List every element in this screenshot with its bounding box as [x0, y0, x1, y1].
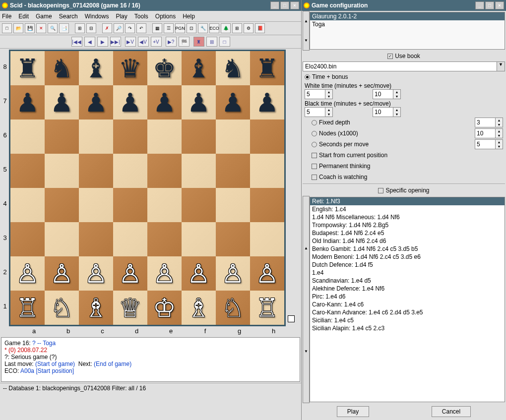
tool-search-material-icon[interactable]: ↶ — [136, 23, 146, 33]
square-c6[interactable] — [79, 120, 113, 154]
coach-checkbox[interactable] — [312, 175, 317, 180]
square-h3[interactable] — [250, 222, 284, 256]
menu-edit[interactable]: Edit — [18, 13, 29, 20]
nav-intovar-icon[interactable]: ▶V — [125, 37, 136, 47]
square-d8[interactable]: ♛ — [113, 51, 147, 85]
square-e1[interactable]: ♔ — [147, 291, 182, 325]
timebonus-radio[interactable] — [305, 74, 310, 80]
square-a1[interactable]: ♖ — [10, 291, 45, 325]
black-seconds-spin[interactable]: ▲▼ — [373, 107, 401, 117]
square-f6[interactable] — [182, 120, 216, 154]
square-c3[interactable] — [79, 222, 113, 256]
square-b2[interactable]: ♙ — [45, 256, 79, 291]
tool-tmt-icon[interactable]: ⊡ — [187, 23, 196, 33]
square-e7[interactable]: ♟ — [147, 85, 182, 120]
square-c8[interactable]: ♝ — [79, 51, 113, 85]
usebook-checkbox[interactable] — [387, 54, 393, 59]
nodes-radio[interactable] — [312, 131, 317, 136]
startpos-checkbox[interactable] — [312, 153, 317, 158]
opening-up-icon[interactable]: ▲ — [303, 196, 309, 300]
square-g8[interactable]: ♞ — [216, 51, 250, 85]
tool-new-icon[interactable]: □ — [2, 23, 12, 33]
menu-windows[interactable]: Windows — [85, 13, 109, 20]
square-e6[interactable] — [147, 120, 182, 154]
permanent-checkbox[interactable] — [312, 164, 317, 169]
square-a7[interactable]: ♟ — [10, 85, 45, 120]
play-button[interactable]: Play — [337, 406, 369, 417]
cfg-maximize-button[interactable]: □ — [485, 1, 494, 9]
opening-item[interactable]: Old Indian: 1.d4 Nf6 2.c4 d6 — [310, 237, 505, 245]
square-c7[interactable]: ♟ — [79, 85, 113, 120]
engine-selected[interactable]: Glaurung 2.0.1-2 — [310, 12, 505, 20]
tool-open-icon[interactable]: 📂 — [13, 23, 23, 33]
square-d3[interactable] — [113, 222, 147, 256]
square-d4[interactable] — [113, 188, 147, 222]
square-b8[interactable]: ♞ — [45, 51, 79, 85]
spm-radio[interactable] — [312, 142, 317, 147]
square-d6[interactable] — [113, 120, 147, 154]
square-g4[interactable] — [216, 188, 250, 222]
cfg-minimize-button[interactable]: _ — [475, 1, 484, 9]
square-g2[interactable]: ♙ — [216, 256, 250, 291]
tool-switcher-icon[interactable]: ▦ — [152, 23, 162, 33]
menu-options[interactable]: Options — [155, 13, 176, 20]
square-g3[interactable] — [216, 222, 250, 256]
square-g7[interactable]: ♟ — [216, 85, 250, 120]
opening-item[interactable]: Budapest: 1.d4 Nf6 2.c4 e5 — [310, 229, 505, 237]
opening-item[interactable]: Sicilian: 1.e4 c5 — [310, 316, 505, 324]
tool-crosstable-icon[interactable]: ⊞ — [232, 23, 242, 33]
nav-trial-icon[interactable]: 🏁 — [179, 37, 190, 47]
tool-pgn-icon[interactable]: PGN — [175, 23, 185, 33]
square-a4[interactable] — [10, 188, 45, 222]
maximize-button[interactable]: □ — [280, 1, 289, 9]
square-f7[interactable]: ♟ — [182, 85, 216, 120]
square-h2[interactable]: ♙ — [250, 256, 284, 291]
square-c2[interactable]: ♙ — [79, 256, 113, 291]
engine-list[interactable]: Glaurung 2.0.1-2 Toga — [310, 12, 505, 50]
opening-list[interactable]: Reti: 1.Nf3English: 1.c41.d4 Nf6 Miscell… — [310, 197, 505, 402]
cancel-button[interactable]: Cancel — [432, 406, 471, 417]
opening-down-icon[interactable]: ▼ — [303, 300, 309, 403]
tool-maint-icon[interactable]: 🔧 — [198, 23, 208, 33]
opening-item[interactable]: Sicilian Alapin: 1.e4 c5 2.c3 — [310, 324, 505, 332]
nav-autoplay-icon[interactable]: ▶? — [166, 37, 177, 47]
square-d1[interactable]: ♕ — [113, 291, 147, 325]
eco-value[interactable]: A00a [Start position] — [20, 367, 74, 374]
opening-item[interactable]: Reti: 1.Nf3 — [310, 197, 505, 205]
menu-help[interactable]: Help — [183, 13, 195, 20]
opening-item[interactable]: Scandinavian: 1.e4 d5 — [310, 277, 505, 285]
menu-search[interactable]: Search — [59, 13, 78, 20]
minimize-button[interactable]: _ — [270, 1, 279, 9]
opening-item[interactable]: Caro-Kann Advance: 1.e4 c6 2.d4 d5 3.e5 — [310, 308, 505, 316]
book-dropdown[interactable]: ▼ — [303, 61, 505, 71]
opening-item[interactable]: Caro-Kann: 1.e4 c6 — [310, 300, 505, 308]
square-h1[interactable]: ♖ — [250, 291, 284, 325]
square-b4[interactable] — [45, 188, 79, 222]
square-b7[interactable]: ♟ — [45, 85, 79, 120]
square-e4[interactable] — [147, 188, 182, 222]
nextmove-value[interactable]: (End of game) — [94, 360, 131, 367]
fixeddepth-radio[interactable] — [312, 120, 317, 125]
square-g6[interactable] — [216, 120, 250, 154]
nav-addvar-icon[interactable]: +V — [151, 37, 162, 47]
square-a8[interactable]: ♜ — [10, 51, 45, 85]
chess-board[interactable]: ♜♞♝♛♚♝♞♜♟♟♟♟♟♟♟♟♙♙♙♙♙♙♙♙♖♘♗♕♔♗♘♖ — [9, 50, 286, 326]
square-g5[interactable] — [216, 154, 250, 188]
square-c5[interactable] — [79, 154, 113, 188]
square-e2[interactable]: ♙ — [147, 256, 182, 291]
square-e3[interactable] — [147, 222, 182, 256]
white-seconds-spin[interactable]: ▲▼ — [373, 89, 401, 99]
square-f1[interactable]: ♗ — [182, 291, 216, 325]
square-h5[interactable] — [250, 154, 284, 188]
square-h6[interactable] — [250, 120, 284, 154]
white-minutes-spin[interactable]: ▲▼ — [305, 89, 333, 99]
menu-play[interactable]: Play — [116, 13, 127, 20]
opening-item[interactable]: English: 1.c4 — [310, 205, 505, 213]
nav-end-icon[interactable]: ▶▶| — [110, 37, 121, 47]
tool-save-icon[interactable]: 💾 — [25, 23, 35, 33]
tool-book-icon[interactable]: 📕 — [255, 23, 265, 33]
nav-null-icon[interactable]: □ — [219, 37, 230, 47]
square-b1[interactable]: ♘ — [45, 291, 79, 325]
opening-item[interactable]: Pirc: 1.e4 d6 — [310, 293, 505, 300]
square-e5[interactable] — [147, 154, 182, 188]
